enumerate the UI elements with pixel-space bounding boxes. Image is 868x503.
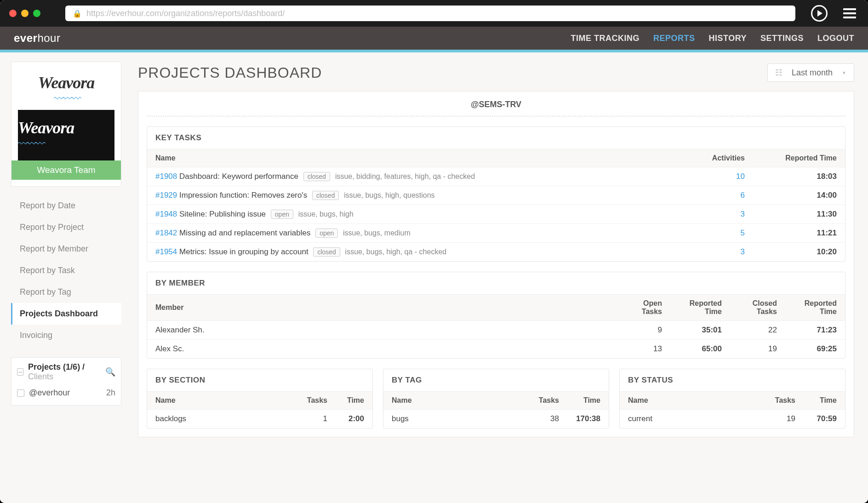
issue-link[interactable]: #1842: [155, 229, 177, 237]
sidebar-item-projects-dashboard[interactable]: Projects Dashboard: [11, 303, 121, 325]
sidebar-item-invoicing[interactable]: Invoicing: [11, 325, 121, 346]
lock-icon: 🔒: [73, 9, 82, 18]
sidebar-item-report-by-tag[interactable]: Report by Tag: [11, 281, 121, 303]
sidebar-item-report-by-task[interactable]: Report by Task: [11, 260, 121, 281]
activities-link[interactable]: 3: [741, 247, 745, 256]
collapse-icon[interactable]: –: [17, 368, 23, 376]
by-member-card: BY MEMBER Member OpenTasks ReportedTime …: [147, 272, 845, 359]
status-pill: closed: [312, 191, 339, 200]
by-status-card: BY STATUS Name Tasks Time current1970:59: [619, 369, 845, 429]
by-tag-card: BY TAG Name Tasks Time bugs38170:38: [383, 369, 609, 429]
table-row: backlogs12:00: [147, 410, 372, 429]
table-row: bugs38170:38: [383, 410, 609, 429]
nav-link-logout[interactable]: LOGOUT: [817, 34, 854, 43]
table-row: Alexander Sh.935:012271:23: [147, 321, 845, 340]
checkbox[interactable]: [17, 389, 24, 397]
issue-link[interactable]: #1929: [155, 191, 177, 200]
table-row: #1948 Siteline: Publishing issue open is…: [147, 205, 845, 224]
projects-filter-card: – Projects (1/6) / Clients 🔍 @everhour2h: [11, 357, 121, 406]
nav-link-settings[interactable]: SETTINGS: [760, 34, 804, 43]
activities-link[interactable]: 6: [741, 191, 745, 200]
by-section-card: BY SECTION Name Tasks Time backlogs12:00: [147, 369, 373, 429]
status-pill: open: [315, 229, 338, 238]
table-row: #1954 Metrics: Issue in grouping by acco…: [147, 243, 845, 262]
team-badge[interactable]: Weavora Team: [11, 160, 121, 180]
sidebar-item-report-by-project[interactable]: Report by Project: [11, 217, 121, 238]
main-content: PROJECTS DASHBOARD ☷ Last month ▼ @SEMS-…: [124, 52, 868, 503]
app-logo[interactable]: everhour: [14, 32, 60, 45]
url-bar[interactable]: 🔒 https://everhour.com/organizations/rep…: [65, 6, 795, 21]
page-title: PROJECTS DASHBOARD: [138, 64, 322, 81]
status-pill: closed: [303, 172, 330, 181]
close-window-button[interactable]: [9, 10, 17, 17]
table-row: #1929 Impression function: Removes zero'…: [147, 186, 845, 205]
issue-link[interactable]: #1954: [155, 247, 177, 256]
hamburger-menu-icon[interactable]: [843, 8, 856, 18]
nav-link-reports[interactable]: REPORTS: [653, 34, 695, 43]
calendar-icon: ☷: [775, 68, 782, 78]
organization-card: Weavora 〰〰〰 Weavora 〰〰〰 Weavora Team: [11, 62, 121, 187]
chevron-down-icon: ▼: [842, 70, 846, 75]
table-row: #1842 Missing ad and replacement variabl…: [147, 224, 845, 243]
activities-link[interactable]: 5: [741, 229, 745, 237]
issue-link[interactable]: #1948: [155, 210, 177, 218]
key-tasks-card: KEY TASKS Name Activities Reported Time …: [147, 126, 845, 262]
sidebar: Weavora 〰〰〰 Weavora 〰〰〰 Weavora Team Rep…: [0, 52, 124, 503]
table-row: Alex Sc.1365:001969:25: [147, 340, 845, 359]
nav-link-history[interactable]: HISTORY: [708, 34, 747, 43]
table-row: current1970:59: [620, 410, 845, 429]
table-row: #1908 Dashboard: Keyword performance clo…: [147, 167, 845, 186]
top-nav: everhour TIME TRACKINGREPORTSHISTORYSETT…: [0, 27, 868, 50]
maximize-window-button[interactable]: [33, 10, 40, 17]
activities-link[interactable]: 10: [736, 172, 745, 181]
play-button[interactable]: [811, 5, 828, 22]
issue-link[interactable]: #1908: [155, 172, 177, 181]
nav-link-time-tracking[interactable]: TIME TRACKING: [571, 34, 640, 43]
browser-titlebar: 🔒 https://everhour.com/organizations/rep…: [0, 0, 868, 27]
org-logo-light: Weavora 〰〰〰: [18, 69, 114, 105]
project-handle: @SEMS-TRV: [147, 100, 845, 116]
filter-row[interactable]: @everhour2h: [17, 385, 115, 400]
status-pill: closed: [313, 247, 340, 257]
status-pill: open: [271, 210, 293, 219]
sidebar-item-report-by-date[interactable]: Report by Date: [11, 195, 121, 217]
url-text: https://everhour.com/organizations/repor…: [86, 9, 285, 18]
sidebar-item-report-by-member[interactable]: Report by Member: [11, 238, 121, 260]
date-range-picker[interactable]: ☷ Last month ▼: [767, 63, 854, 82]
search-icon[interactable]: 🔍: [105, 367, 115, 377]
activities-link[interactable]: 3: [741, 210, 745, 218]
org-logo-dark: Weavora 〰〰〰: [18, 110, 114, 160]
minimize-window-button[interactable]: [21, 10, 29, 17]
